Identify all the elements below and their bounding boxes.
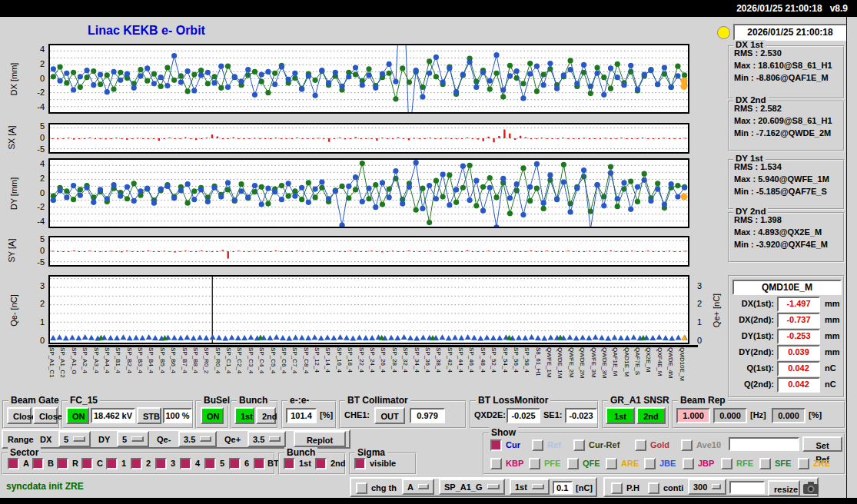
show-jbp-checkbox[interactable]	[683, 458, 694, 469]
replot-button[interactable]: Replot	[294, 431, 346, 447]
chg-th-checkbox[interactable]	[356, 482, 367, 494]
dx1-rms: 2.530	[760, 48, 782, 58]
beam-gate-close-2-button[interactable]: Close	[33, 407, 58, 424]
sy-plot	[48, 236, 689, 267]
interval-dropdown[interactable]: 300	[688, 479, 726, 495]
bt-lossmonitor-group: BT LossMonitor QXD2E: -0.025 SE1: -0.023	[470, 400, 599, 429]
dy1-rms: 1.534	[760, 162, 782, 171]
gr-a1-2nd-button[interactable]: 2nd	[636, 407, 666, 424]
bunch-1st-button[interactable]: 1st	[234, 407, 254, 424]
page-title: Linac KEKB e- Orbit	[88, 24, 205, 38]
sector-b-checkbox[interactable]	[32, 458, 44, 469]
ref-name-input[interactable]	[729, 437, 799, 451]
bunch-1st-checkbox[interactable]	[284, 458, 295, 469]
dy1-max: 5.940@QWFE_1M	[758, 174, 829, 184]
dropdown-dash-icon	[532, 484, 544, 489]
bpm-select-dropdown[interactable]: SP_A1_G	[439, 479, 505, 495]
range-dx-dropdown[interactable]: 5	[58, 431, 91, 447]
fc15-on-button[interactable]: ON	[66, 407, 89, 424]
qe-plus-axis-title: Qe+ [nC]	[712, 284, 721, 337]
sigma-visible-checkbox[interactable]	[354, 458, 366, 469]
sector-c-checkbox[interactable]	[81, 458, 93, 469]
gr-a1-1st-button[interactable]: 1st	[606, 407, 635, 424]
sector-3-checkbox[interactable]	[155, 458, 167, 469]
sigma-group: Sigma visible	[349, 453, 417, 475]
show-gold-checkbox[interactable]	[635, 439, 646, 451]
show-qfe-checkbox[interactable]	[567, 458, 579, 469]
bottom-border-bar	[0, 498, 857, 504]
ee-ratio-display: 101.4	[286, 408, 317, 423]
busel-on-button[interactable]: ON	[201, 407, 224, 424]
show-are-checkbox[interactable]	[606, 458, 617, 469]
bunch-2nd-button[interactable]: 2nd	[256, 407, 276, 424]
show-ref-checkbox[interactable]	[532, 439, 543, 451]
dy2-max: 4.893@QX2E_M	[758, 227, 822, 237]
show-cur-checkbox[interactable]	[490, 439, 502, 451]
conti-checkbox[interactable]	[648, 482, 659, 494]
top-datetime: 2026/01/25 21:00:18	[736, 3, 822, 14]
busel-group: BuSel ON	[195, 400, 229, 429]
sector-select-dropdown[interactable]: A	[402, 479, 434, 495]
show-cur-ref-checkbox[interactable]	[573, 439, 585, 451]
range-bar: Range DX 5 DY 5 Qe- 3.5 Qe+ 3.5 Replot	[2, 429, 350, 449]
sector-r-checkbox[interactable]	[57, 458, 68, 469]
stat-box-dy1: DY 1st RMS : 1.534 Max : 5.940@QWFE_1M M…	[728, 159, 845, 210]
sector-2-checkbox[interactable]	[131, 458, 142, 469]
sector-bt-checkbox[interactable]	[254, 458, 265, 469]
beam-gate-group: Beam Gate Close Close	[2, 400, 60, 429]
show-sfe-checkbox[interactable]	[759, 458, 771, 469]
fc15-stb-button[interactable]: STB	[137, 407, 161, 424]
dropdown-dash-icon	[200, 436, 211, 442]
dy1st-value: -0.253	[777, 329, 820, 344]
show-zre-checkbox[interactable]	[798, 458, 809, 469]
timestamp-display: 2026/01/25 21:00:18	[733, 24, 847, 41]
sector-a-checkbox[interactable]	[8, 458, 19, 469]
show-kbp-checkbox[interactable]	[490, 458, 502, 469]
app-version: v8.9	[830, 3, 848, 14]
show-ave10-checkbox[interactable]	[681, 439, 693, 451]
dx1-max: 18.610@S8_61_H1	[758, 61, 832, 70]
show-jbe-checkbox[interactable]	[644, 458, 656, 469]
range-qep-dropdown[interactable]: 3.5	[247, 431, 286, 447]
dropdown-dash-icon	[487, 484, 500, 489]
ph-checkbox[interactable]	[611, 482, 623, 494]
window-sash[interactable]	[846, 17, 847, 498]
sector-6-checkbox[interactable]	[229, 458, 241, 469]
qxd2e-display: -0.025	[507, 408, 540, 423]
fc15-pct-display: 100 %	[163, 408, 192, 423]
threshold-input[interactable]	[553, 481, 573, 494]
show-pfe-checkbox[interactable]	[529, 458, 540, 469]
ee-ratio-group: e-:e- 101.4 [%]	[281, 400, 337, 429]
stat-title: DY 1st	[733, 154, 766, 163]
bunch-2nd-checkbox[interactable]	[315, 458, 327, 469]
sector-4-checkbox[interactable]	[180, 458, 191, 469]
dropdown-dash-icon	[418, 484, 429, 489]
q2nd-value: 0.042	[777, 377, 820, 393]
dx-axis-title: DX [mm]	[9, 56, 18, 102]
dy2-rms: 1.398	[760, 215, 782, 224]
dropdown-dash-icon	[131, 436, 144, 442]
show-rfe-checkbox[interactable]	[721, 458, 732, 469]
beam-gate-close-1-button[interactable]: Close	[7, 407, 32, 424]
dropdown-dash-icon	[73, 436, 85, 442]
stat-box-dx1: DX 1st RMS : 2.530 Max : 18.610@S8_61_H1…	[728, 45, 845, 99]
qe-yticks: 3210	[20, 275, 45, 344]
dx1-min: -8.806@QAF1E_M	[756, 73, 829, 82]
beam-rep-3-display: 0.000	[772, 408, 806, 423]
count-input[interactable]	[729, 481, 765, 494]
q1st-value: 0.042	[777, 361, 820, 376]
range-qem-dropdown[interactable]: 3.5	[178, 431, 217, 447]
stat-title: DX 1st	[733, 40, 766, 49]
sector-1-checkbox[interactable]	[106, 458, 118, 469]
range-dy-dropdown[interactable]: 5	[117, 431, 149, 447]
sector-5-checkbox[interactable]	[204, 458, 216, 469]
dropdown-dash-icon	[712, 484, 721, 489]
dx1st-value: -1.497	[777, 297, 820, 312]
set-ref-button[interactable]: Set Ref	[802, 436, 842, 452]
che1-out-button[interactable]: OUT	[374, 407, 405, 424]
resize-button[interactable]: resize	[768, 480, 800, 496]
dx2nd-value: -0.737	[777, 313, 820, 328]
camera-snapshot-button[interactable]	[802, 480, 822, 497]
bunch-select-dropdown[interactable]: 1st	[510, 479, 550, 495]
gr-a1-snsr-group: GR_A1 SNSR 1st 2nd	[602, 400, 669, 429]
